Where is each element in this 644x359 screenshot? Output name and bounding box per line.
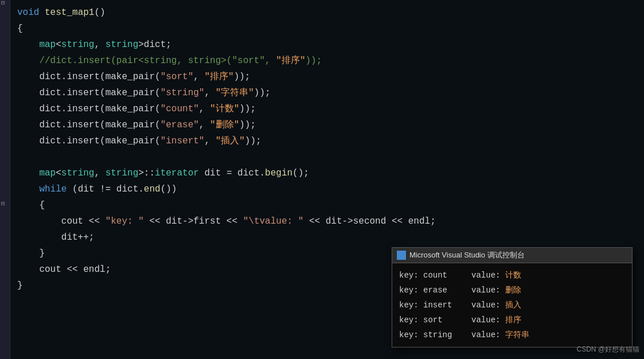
console-output-4: key: sort value: 排序	[399, 313, 625, 327]
fold-icon-while: ⊟	[1, 200, 5, 207]
code-line-10	[17, 149, 644, 165]
code-line-3: map<string, string>dict;	[17, 37, 644, 53]
console-output-5: key: string value: 字符串	[399, 327, 625, 342]
fold-icon-top: ⊟	[1, 0, 5, 6]
code-line-12: while (dit != dict.end())	[17, 181, 644, 197]
console-titlebar: Microsoft Visual Studio 调试控制台	[392, 248, 632, 263]
console-output-3: key: insert value: 插入	[399, 298, 625, 313]
vs-icon	[397, 251, 406, 260]
code-line-15: dit++;	[17, 229, 644, 245]
code-line-6: dict.insert(make_pair("string", "字符串"));	[17, 85, 644, 101]
console-output-1: key: count value: 计数	[399, 268, 625, 283]
code-line-8: dict.insert(make_pair("erase", "删除"));	[17, 117, 644, 133]
watermark: CSDN @好想有猫猫	[576, 345, 639, 354]
code-line-9: dict.insert(make_pair("insert", "插入"));	[17, 133, 644, 149]
console-body: key: count value: 计数 key: erase value: 删…	[392, 263, 632, 347]
code-line-5: dict.insert(make_pair("sort", "排序"));	[17, 69, 644, 85]
code-line-11: map<string, string>::iterator dit = dict…	[17, 165, 644, 181]
code-line-4: //dict.insert(pair<string, string>("sort…	[17, 53, 644, 69]
console-popup: Microsoft Visual Studio 调试控制台 key: count…	[392, 247, 633, 348]
code-line-14: cout << "key: " << dit->first << "\tvalu…	[17, 213, 644, 229]
code-line-13: {	[17, 197, 644, 213]
console-title: Microsoft Visual Studio 调试控制台	[409, 250, 525, 260]
console-output-2: key: erase value: 删除	[399, 283, 625, 298]
code-editor: ⊟ ⊟ void test_map1() { map<string, strin…	[0, 0, 644, 359]
code-line-7: dict.insert(make_pair("count", "计数"));	[17, 101, 644, 117]
left-gutter: ⊟ ⊟	[0, 0, 10, 359]
code-line-2: {	[17, 21, 644, 37]
code-line-1: void test_map1()	[17, 5, 644, 21]
